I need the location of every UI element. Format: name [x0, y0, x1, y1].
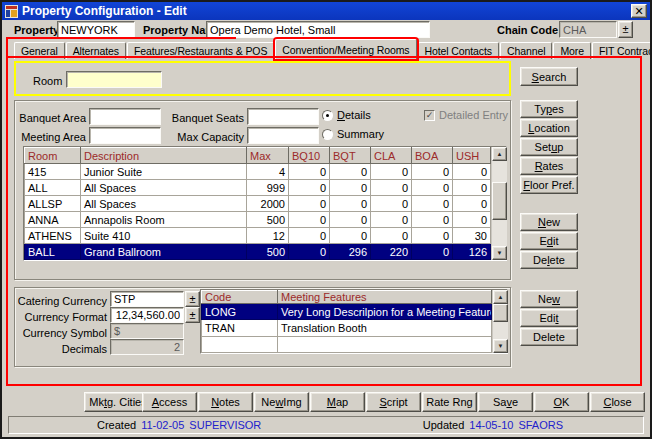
close-icon[interactable]: ✕ [631, 4, 647, 18]
tab-alternates[interactable]: Alternates [66, 42, 126, 59]
currency-symbol-label: Currency Symbol [16, 327, 107, 339]
floor-pref-button[interactable]: Floor Pref. [520, 176, 578, 194]
max-capacity-label: Max Capacity [166, 131, 244, 143]
tab-bar: GeneralAlternatesFeatures/Restaurants & … [14, 40, 652, 59]
currency-format-input[interactable] [110, 307, 184, 323]
rooms-delete-button[interactable]: Delete [520, 251, 578, 269]
chain-code-lov-button[interactable]: ± [618, 21, 633, 38]
column-header-bq10: BQ10 [289, 148, 330, 164]
access-button[interactable]: Access [142, 392, 197, 412]
tab-features-restaurants-pos[interactable]: Features/Restaurants & POS [127, 42, 274, 59]
script-button[interactable]: Script [366, 392, 421, 412]
banquet-area-input[interactable] [89, 108, 161, 125]
property-name-input[interactable] [206, 21, 430, 38]
new-img-button[interactable]: New Img [254, 392, 309, 412]
max-capacity-input[interactable] [247, 127, 319, 144]
app-icon [5, 5, 18, 18]
currency-format-lov-button[interactable]: ± [185, 307, 200, 323]
updated-by: SFAORS [518, 419, 563, 431]
rooms-edit-button[interactable]: Edit [520, 232, 578, 250]
meeting-area-label: Meeting Area [16, 131, 86, 143]
features-edit-button[interactable]: Edit [520, 309, 578, 327]
meeting-area-input[interactable] [89, 127, 161, 144]
features-delete-button[interactable]: Delete [520, 328, 578, 346]
details-radio[interactable]: Details [322, 109, 371, 121]
chain-code-label: Chain Code [497, 24, 558, 36]
radio-unselected-icon [322, 129, 333, 140]
checkbox-check-icon: ✓ [424, 110, 435, 121]
room-input[interactable] [66, 71, 162, 88]
radio-selected-icon [322, 110, 333, 121]
updated-date: 14-05-10 [469, 419, 513, 431]
catering-currency-input[interactable] [110, 291, 184, 307]
status-bar: Created 11-02-05 SUPERVISOR Updated 14-0… [8, 416, 644, 434]
currency-symbol-input[interactable] [110, 323, 184, 339]
column-header-meeting-features: Meeting Features [278, 291, 492, 304]
catering-currency-lov-button[interactable]: ± [185, 291, 200, 307]
types-button[interactable]: Types [520, 100, 578, 118]
table-row[interactable]: 415 Junior Suite 4 0 0 0 0 0 [25, 164, 491, 180]
banquet-area-label: Banquet Area [16, 112, 86, 124]
scroll-up-icon[interactable]: ▲ [493, 290, 508, 304]
detailed-entry-checkbox[interactable]: ✓ Detailed Entry [424, 109, 508, 121]
tab-hotel-contacts[interactable]: Hotel Contacts [418, 42, 499, 59]
features-new-button[interactable]: New [520, 290, 578, 308]
rate-rng-button[interactable]: Rate Rng [422, 392, 477, 412]
table-row[interactable]: ANNA Annapolis Room 500 0 0 0 0 0 [25, 212, 491, 228]
scroll-thumb[interactable] [492, 182, 507, 220]
map-button[interactable]: Map [310, 392, 365, 412]
created-label: Created [97, 419, 136, 431]
setup-button[interactable]: Setup [520, 138, 578, 156]
table-row[interactable]: ATHENS Suite 410 12 0 0 0 0 30 [25, 228, 491, 244]
created-by: SUPERVISOR [189, 419, 261, 431]
features-scrollbar[interactable]: ▲ ▼ [492, 290, 508, 353]
rooms-new-button[interactable]: New [520, 213, 578, 231]
window-title: Property Configuration - Edit [22, 4, 187, 18]
titlebar: Property Configuration - Edit ✕ [2, 2, 650, 20]
column-header-ush: USH [453, 148, 491, 164]
tab-more[interactable]: More [553, 42, 591, 59]
scroll-thumb[interactable] [493, 304, 508, 322]
banquet-seats-input[interactable] [247, 108, 319, 125]
chain-code-input[interactable] [559, 21, 617, 38]
notes-button[interactable]: Notes [198, 392, 253, 412]
scroll-down-icon[interactable]: ▼ [492, 246, 507, 260]
scroll-up-icon[interactable]: ▲ [492, 147, 507, 161]
property-input[interactable] [57, 21, 135, 38]
created-date: 11-02-05 [141, 419, 184, 431]
column-header-boa: BOA [412, 148, 453, 164]
column-header-cla: CLA [371, 148, 412, 164]
save-button[interactable]: Save [478, 392, 533, 412]
meeting-features-table: Code Meeting Features LONG Very Long Des… [201, 290, 492, 353]
table-row[interactable]: ALL All Spaces 999 0 0 0 0 0 [25, 180, 491, 196]
detailed-entry-label: Detailed Entry [439, 109, 508, 121]
table-row[interactable]: BALL Grand Ballroom 500 0 296 220 0 126 [25, 244, 491, 260]
room-label: Room [33, 75, 62, 87]
property-label: Property [14, 24, 59, 36]
summary-radio-label: Summary [337, 128, 384, 140]
rooms-scrollbar[interactable]: ▲ ▼ [491, 147, 507, 260]
scroll-down-icon[interactable]: ▼ [493, 339, 508, 353]
column-header-room: Room [25, 148, 81, 164]
summary-radio[interactable]: Summary [322, 128, 384, 140]
table-row[interactable]: TRAN Translation Booth [202, 320, 492, 336]
location-button[interactable]: Location [520, 119, 578, 137]
tab-convention-meeting-rooms[interactable]: Convention/Meeting Rooms [275, 39, 416, 59]
rooms-table: Room Description Max BQ10 BQT CLA BOA US… [24, 147, 491, 260]
table-row[interactable]: LONG Very Long Descrilpion for a Meeting… [202, 304, 492, 320]
tab-general[interactable]: General [14, 42, 65, 59]
rates-button[interactable]: Rates [520, 157, 578, 175]
banquet-seats-label: Banquet Seats [166, 112, 244, 124]
meeting-features-table-container: Code Meeting Features LONG Very Long Des… [200, 289, 508, 354]
close-button[interactable]: Close [590, 392, 645, 412]
tab-fit-contracts[interactable]: FIT Contracts [592, 42, 652, 59]
tab-channel[interactable]: Channel [500, 42, 552, 59]
search-button[interactable]: Search [520, 67, 578, 86]
decimals-input[interactable] [110, 339, 184, 355]
details-radio-label: Details [337, 109, 371, 121]
currency-format-label: Currency Format [16, 311, 107, 323]
rooms-table-container: Room Description Max BQ10 BQT CLA BOA US… [23, 146, 507, 261]
table-row[interactable]: ALLSP All Spaces 2000 0 0 0 0 0 [25, 196, 491, 212]
table-row[interactable] [202, 336, 492, 352]
ok-button[interactable]: OK [534, 392, 589, 412]
